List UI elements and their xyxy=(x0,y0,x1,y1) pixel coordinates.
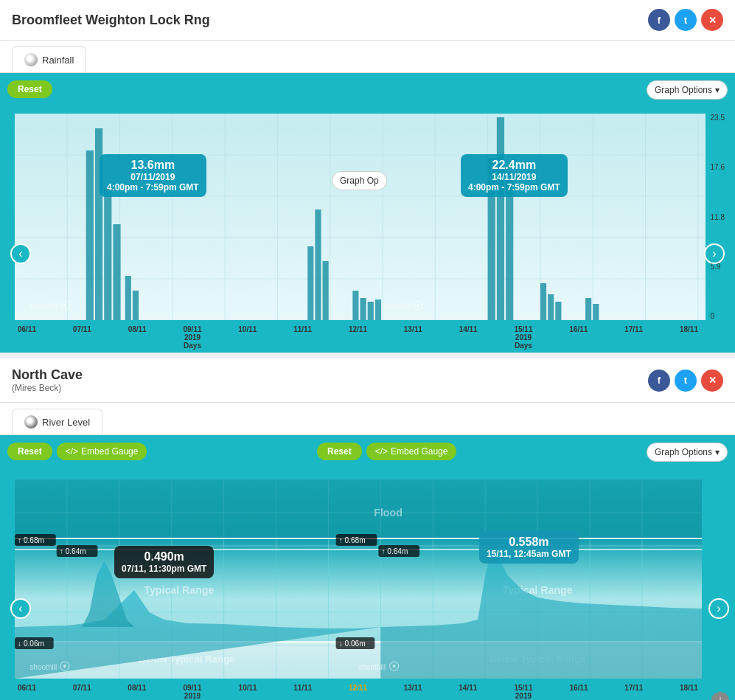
river-next-button[interactable]: › xyxy=(708,598,729,619)
river-tooltip-2: 0.558m 15/11, 12:45am GMT xyxy=(479,531,579,564)
rx-label-4: 10/11 xyxy=(239,684,257,700)
svg-text:↓ 0.06m: ↓ 0.06m xyxy=(18,640,44,648)
svg-point-46 xyxy=(417,304,419,307)
twitter-button[interactable]: t xyxy=(675,9,697,31)
rx-label-1: 07/11 xyxy=(73,684,91,700)
x-label-12: 18/11 xyxy=(680,325,698,350)
facebook-button[interactable]: f xyxy=(648,9,670,31)
x-label-1: 07/11 xyxy=(73,325,91,350)
svg-text:↑ 0.64m: ↑ 0.64m xyxy=(381,547,408,555)
svg-text:↑ 0.68m: ↑ 0.68m xyxy=(18,536,44,544)
tooltip1-value: 13.6mm xyxy=(107,159,199,172)
close-button[interactable]: ✕ xyxy=(701,9,723,31)
y-label-2: 11.8 xyxy=(711,213,725,221)
tooltip1-date: 07/11/2019 xyxy=(107,172,199,182)
section2-close-button[interactable]: ✕ xyxy=(701,370,723,392)
svg-text:Flood: Flood xyxy=(374,507,403,519)
river-reset-button-1[interactable]: Reset xyxy=(7,443,52,460)
section2-twitter-button[interactable]: t xyxy=(675,370,697,392)
rx-label-7: 13/11 xyxy=(404,684,422,700)
svg-rect-20 xyxy=(86,150,94,320)
section2: North Cave (Mires Beck) f t ✕ River Leve… xyxy=(0,358,735,700)
section1-header: Broomfleet Weighton Lock Rng f t ✕ xyxy=(0,0,735,41)
river-embed-button-1[interactable]: </> Embed Gauge xyxy=(57,443,147,460)
rx-label-0: 06/11 xyxy=(18,684,36,700)
tooltip1-time: 4:00pm - 7:59pm GMT xyxy=(107,182,199,193)
rx-label-special2: 15/112019Week xyxy=(514,684,533,700)
embed-code-icon-2: </> xyxy=(375,446,388,457)
y-label-1: 17.6 xyxy=(711,163,725,171)
x-label-2: 08/11 xyxy=(128,325,147,350)
rainfall-tab-icon xyxy=(24,53,38,66)
rx-label-5: 11/11 xyxy=(293,684,312,700)
rainfall-prev-button[interactable]: ‹ xyxy=(10,243,31,264)
rx-label-6: 12/11 xyxy=(349,684,367,700)
svg-rect-25 xyxy=(133,291,139,320)
tab-river-level[interactable]: River Level xyxy=(12,409,102,434)
river-tooltip1-time: 07/11, 11:30pm GMT xyxy=(122,564,206,574)
embed-label-2: Embed Gauge xyxy=(391,446,447,457)
rainfall-next-button[interactable]: › xyxy=(704,243,725,264)
section1-social: f t ✕ xyxy=(648,9,723,31)
section2-facebook-button[interactable]: f xyxy=(648,370,670,392)
graph-options-label: Graph Options xyxy=(655,85,712,95)
section2-social: f t ✕ xyxy=(648,370,723,392)
embed-code-icon-1: </> xyxy=(66,446,78,457)
x-label-special1: 09/112019Days xyxy=(183,325,201,350)
river-graph-options-button[interactable]: Graph Options ▾ xyxy=(647,443,728,462)
section2-tab-bar: River Level xyxy=(0,403,735,435)
river-prev-button[interactable]: ‹ xyxy=(10,598,31,619)
rainfall-tooltip-1: 13.6mm 07/11/2019 4:00pm - 7:59pm GMT xyxy=(100,154,206,197)
section2-title-block: North Cave (Mires Beck) xyxy=(12,367,83,393)
river-chart-area: 0.490m 07/11, 11:30pm GMT 0.558m 15/11, … xyxy=(7,479,728,681)
svg-text:shoothill: shoothill xyxy=(358,663,386,671)
rainfall-x-axis: 06/11 07/11 08/11 09/112019Days 10/11 11… xyxy=(7,322,728,353)
tab-rainfall[interactable]: Rainfall xyxy=(12,46,86,72)
river-reset-button-2[interactable]: Reset xyxy=(317,443,362,460)
svg-rect-30 xyxy=(360,298,366,320)
rx-label-special1: 09/112019Week xyxy=(183,684,202,700)
rx-label-10: 16/11 xyxy=(570,684,588,700)
river-svg: Flood Typical Range Typical Range Below … xyxy=(15,479,702,679)
rainfall-tooltip-2: 22.4mm 14/11/2019 4:00pm - 7:59pm GMT xyxy=(461,154,568,197)
rx-label-12: 18/11 xyxy=(680,684,698,700)
section1-tab-bar: Rainfall xyxy=(0,41,735,73)
rainfall-toolbar: Reset xyxy=(7,80,52,98)
rx-label-2: 08/11 xyxy=(128,684,146,700)
x-label-11: 17/11 xyxy=(624,325,643,350)
svg-text:Typical Range: Typical Range xyxy=(144,584,214,596)
x-label-10: 16/11 xyxy=(569,325,588,350)
svg-rect-31 xyxy=(368,302,374,320)
rainfall-chart-container: Reset Graph Options ▾ 13.6mm 07/11/2019 … xyxy=(0,73,735,353)
x-label-special2: 15/112019Days xyxy=(514,325,532,350)
x-label-8: 14/11 xyxy=(459,325,478,350)
river-tooltip2-time: 15/11, 12:45am GMT xyxy=(487,549,571,559)
x-label-6: 12/11 xyxy=(349,325,367,350)
rainfall-reset-button[interactable]: Reset xyxy=(7,80,52,98)
river-toolbar-center: Reset </> Embed Gauge xyxy=(317,443,456,460)
svg-rect-29 xyxy=(352,291,358,320)
rainfall-graph-options-button[interactable]: Graph Options ▾ xyxy=(647,80,728,100)
river-tooltip2-value: 0.558m xyxy=(487,536,571,549)
rx-label-8: 14/11 xyxy=(459,684,477,700)
tab-river-level-label: River Level xyxy=(42,417,90,428)
river-graph-options-label: Graph Options xyxy=(655,447,712,457)
svg-text:shoothill: shoothill xyxy=(29,663,57,671)
svg-text:↑ 0.68m: ↑ 0.68m xyxy=(339,536,366,544)
section1-title: Broomfleet Weighton Lock Rng xyxy=(12,13,210,28)
section2-subtitle: (Mires Beck) xyxy=(12,383,83,393)
svg-rect-23 xyxy=(113,224,120,320)
tab-rainfall-label: Rainfall xyxy=(42,55,74,66)
svg-rect-40 xyxy=(593,304,599,320)
svg-rect-24 xyxy=(125,276,131,320)
river-tooltip1-value: 0.490m xyxy=(122,550,206,564)
rainfall-chart-inner: shoothill shoothill 23.5 17.6 11.8 5.9 0 xyxy=(15,114,706,322)
rainfall-chart-area: shoothill shoothill 23.5 17.6 11.8 5.9 0 xyxy=(7,114,728,322)
river-embed-button-2[interactable]: </> Embed Gauge xyxy=(366,443,457,460)
svg-rect-28 xyxy=(323,261,329,320)
river-toolbar-left1: Reset </> Embed Gauge xyxy=(7,443,147,460)
svg-point-94 xyxy=(393,665,396,668)
x-label-0: 06/11 xyxy=(18,325,36,350)
tooltip2-value: 22.4mm xyxy=(468,159,560,172)
svg-text:shoothill: shoothill xyxy=(29,302,57,311)
